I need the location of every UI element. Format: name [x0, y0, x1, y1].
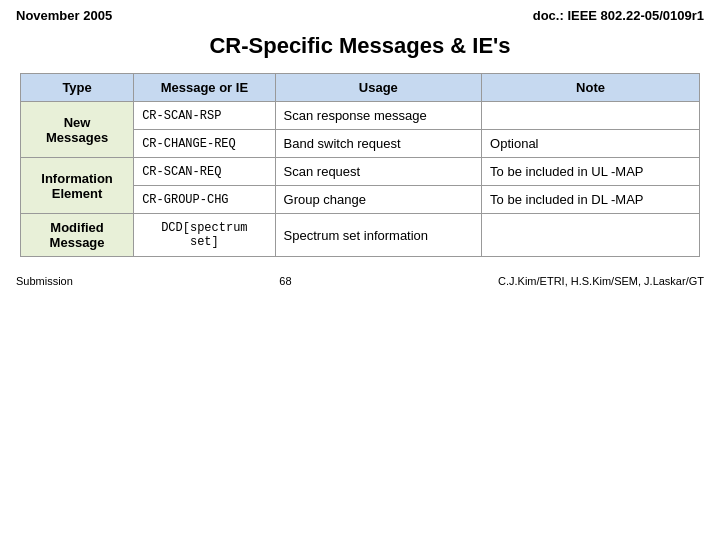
header: November 2005 doc.: IEEE 802.22-05/0109r…: [0, 0, 720, 27]
note-spectrum-set: [482, 214, 700, 257]
table-row: InformationElement CR-SCAN-REQ Scan requ…: [21, 158, 700, 186]
type-new-messages: NewMessages: [21, 102, 134, 158]
usage-band-switch: Band switch request: [275, 130, 482, 158]
usage-spectrum-set: Spectrum set information: [275, 214, 482, 257]
note-ul-map: To be included in UL -MAP: [482, 158, 700, 186]
note-dl-map: To be included in DL -MAP: [482, 186, 700, 214]
table-header-row: Type Message or IE Usage Note: [21, 74, 700, 102]
footer-left: Submission: [16, 275, 73, 287]
type-modified-message: ModifiedMessage: [21, 214, 134, 257]
message-cr-scan-req: CR-SCAN-REQ: [134, 158, 275, 186]
col-usage: Usage: [275, 74, 482, 102]
usage-group-change: Group change: [275, 186, 482, 214]
footer-center: 68: [279, 275, 291, 287]
footer-right: C.J.Kim/ETRI, H.S.Kim/SEM, J.Laskar/GT: [498, 275, 704, 287]
table-row: NewMessages CR-SCAN-RSP Scan response me…: [21, 102, 700, 130]
usage-scan-request: Scan request: [275, 158, 482, 186]
col-type: Type: [21, 74, 134, 102]
col-note: Note: [482, 74, 700, 102]
message-dcd-spectrum: DCD[spectrumset]: [134, 214, 275, 257]
main-table: Type Message or IE Usage Note NewMessage…: [20, 73, 700, 257]
footer: Submission 68 C.J.Kim/ETRI, H.S.Kim/SEM,…: [0, 267, 720, 295]
type-info-element: InformationElement: [21, 158, 134, 214]
note-scan-response: [482, 102, 700, 130]
note-optional: Optional: [482, 130, 700, 158]
message-cr-group-chg: CR-GROUP-CHG: [134, 186, 275, 214]
page-title: CR-Specific Messages & IE's: [0, 33, 720, 59]
usage-scan-response: Scan response message: [275, 102, 482, 130]
col-message: Message or IE: [134, 74, 275, 102]
message-cr-scan-rsp: CR-SCAN-RSP: [134, 102, 275, 130]
header-right: doc.: IEEE 802.22-05/0109r1: [533, 8, 704, 23]
message-cr-change-req: CR-CHANGE-REQ: [134, 130, 275, 158]
table-row: ModifiedMessage DCD[spectrumset] Spectru…: [21, 214, 700, 257]
table-container: Type Message or IE Usage Note NewMessage…: [20, 73, 700, 257]
header-left: November 2005: [16, 8, 112, 23]
